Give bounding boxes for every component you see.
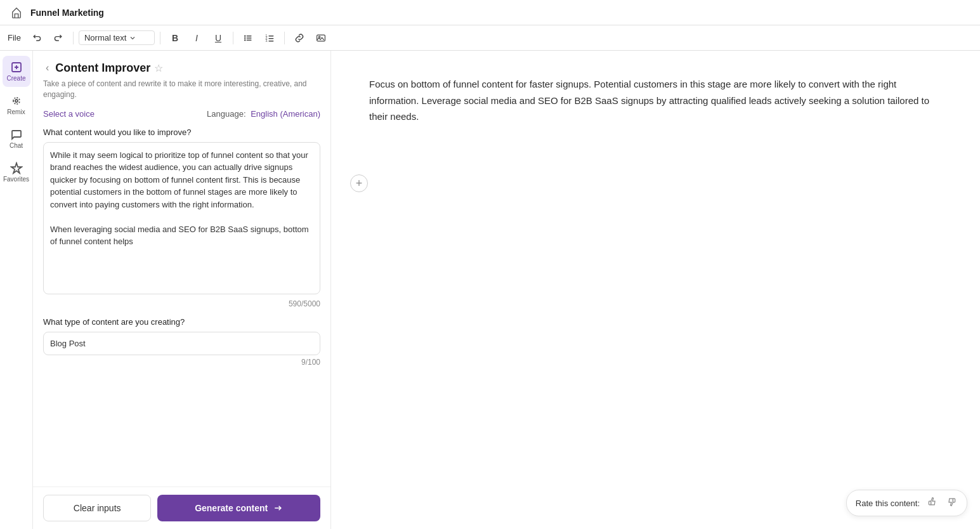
- svg-rect-5: [247, 39, 252, 41]
- svg-point-15: [15, 100, 18, 102]
- panel-title: Content Improver: [55, 62, 150, 75]
- content-textarea[interactable]: [43, 142, 320, 294]
- undo-button[interactable]: [27, 29, 46, 47]
- editor-content: Focus on bottom of funnel content for fa…: [369, 76, 940, 125]
- svg-rect-3: [247, 37, 252, 39]
- text-format-label: Normal text: [84, 33, 126, 42]
- thumbs-up-button[interactable]: [926, 495, 939, 511]
- clear-inputs-button[interactable]: Clear inputs: [43, 495, 151, 521]
- sidebar-favorites-label: Favorites: [3, 176, 29, 183]
- underline-button[interactable]: U: [209, 29, 228, 47]
- panel-footer: Clear inputs Generate content: [33, 487, 330, 529]
- sidebar-item-create[interactable]: Create: [3, 56, 30, 87]
- sidebar-item-favorites[interactable]: Favorites: [3, 157, 30, 188]
- svg-rect-7: [268, 36, 273, 37]
- language-link[interactable]: English (American): [251, 109, 320, 119]
- sidebar-item-chat[interactable]: Chat: [3, 123, 30, 154]
- top-bar: Funnel Marketing: [0, 0, 980, 25]
- favorite-button[interactable]: ☆: [154, 62, 163, 74]
- type-char-count: 9/100: [43, 358, 320, 367]
- rate-bar: Rate this content:: [846, 490, 967, 516]
- content-type-field: What type of content are you creating? 9…: [43, 317, 320, 367]
- rate-label: Rate this content:: [856, 499, 920, 508]
- generate-content-button[interactable]: Generate content: [157, 495, 320, 521]
- sidebar-item-remix[interactable]: Remix: [3, 89, 30, 121]
- panel-scroll[interactable]: What content would you like to improve? …: [43, 127, 320, 487]
- file-menu[interactable]: File: [8, 33, 21, 42]
- main-area: Create Remix Chat Favorites ‹: [0, 51, 980, 529]
- content-char-count: 590/5000: [43, 299, 320, 308]
- sidebar-create-label: Create: [6, 75, 25, 82]
- home-button[interactable]: [8, 4, 25, 22]
- content-question: What content would you like to improve?: [43, 127, 320, 137]
- panel-subtitle: Take a piece of content and rewrite it t…: [43, 79, 320, 100]
- language-text: Language: English (American): [207, 109, 320, 119]
- sidebar: Create Remix Chat Favorites: [0, 51, 33, 529]
- voice-row: Select a voice Language: English (Americ…: [43, 109, 320, 119]
- generate-btn-label: Generate content: [195, 503, 268, 513]
- bullet-list-button[interactable]: [238, 29, 258, 47]
- link-button[interactable]: [290, 29, 309, 47]
- numbered-list-button[interactable]: 1.2.3.: [260, 29, 279, 47]
- svg-rect-16: [929, 501, 931, 505]
- sidebar-remix-label: Remix: [7, 108, 25, 115]
- content-type-input[interactable]: [43, 332, 320, 355]
- toolbar: File Normal text B I U 1.2.3.: [0, 25, 980, 51]
- thumbs-down-button[interactable]: [945, 495, 958, 511]
- svg-point-4: [244, 39, 245, 41]
- panel-header: ‹ Content Improver ☆: [43, 61, 320, 75]
- panel: ‹ Content Improver ☆ Take a piece of con…: [33, 51, 331, 529]
- toolbar-divider-3: [233, 32, 233, 44]
- italic-button[interactable]: I: [187, 29, 206, 47]
- toolbar-divider-2: [160, 32, 160, 44]
- panel-inner: ‹ Content Improver ☆ Take a piece of con…: [33, 51, 330, 487]
- add-content-button[interactable]: +: [350, 174, 368, 192]
- select-voice-link[interactable]: Select a voice: [43, 109, 95, 119]
- svg-rect-1: [247, 36, 252, 37]
- svg-text:3.: 3.: [266, 39, 268, 42]
- text-format-selector[interactable]: Normal text: [79, 30, 155, 45]
- content-field: What content would you like to improve? …: [43, 127, 320, 308]
- toolbar-divider-4: [284, 32, 285, 44]
- svg-rect-9: [268, 38, 273, 39]
- svg-point-0: [244, 35, 245, 36]
- svg-rect-17: [953, 499, 955, 502]
- bold-button[interactable]: B: [166, 29, 185, 47]
- svg-rect-11: [268, 41, 273, 42]
- type-question: What type of content are you creating?: [43, 317, 320, 327]
- toolbar-divider-1: [73, 32, 74, 44]
- image-button[interactable]: [311, 29, 330, 47]
- redo-button[interactable]: [49, 29, 68, 47]
- editor-paragraph: Focus on bottom of funnel content for fa…: [369, 76, 940, 125]
- svg-point-2: [244, 37, 245, 38]
- app-title: Funnel Marketing: [30, 8, 104, 18]
- back-button[interactable]: ‹: [43, 61, 51, 75]
- sidebar-chat-label: Chat: [10, 142, 23, 149]
- editor-area[interactable]: Focus on bottom of funnel content for fa…: [331, 51, 980, 529]
